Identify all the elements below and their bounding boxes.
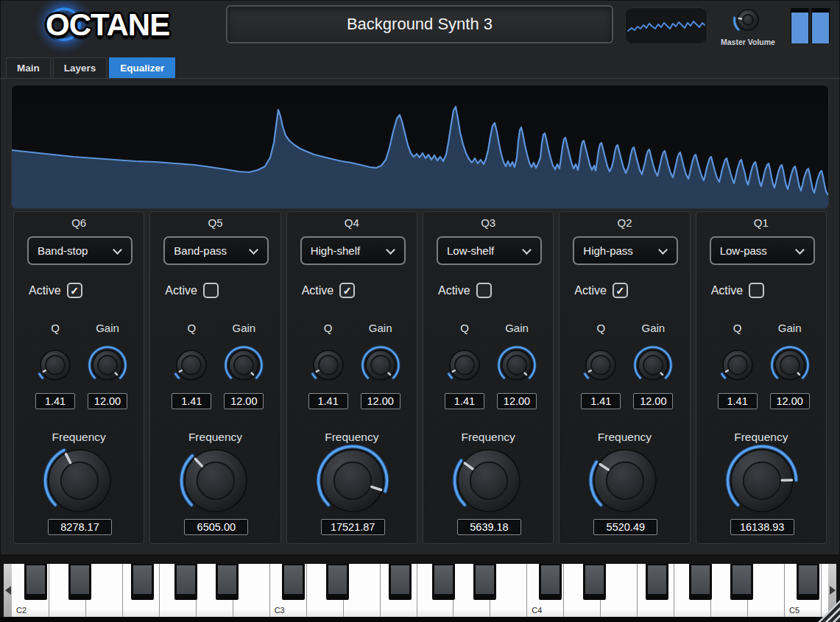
piano-key-black[interactable] xyxy=(583,564,606,600)
piano-key-black[interactable] xyxy=(646,564,668,600)
piano-key-black[interactable] xyxy=(539,564,562,600)
active-label: Active xyxy=(29,284,61,297)
q-knob[interactable] xyxy=(308,344,349,389)
piano-key-black[interactable] xyxy=(174,564,197,600)
frequency-knob[interactable] xyxy=(43,444,116,520)
q-label: Q xyxy=(305,322,352,334)
eq-band-Q6: Q6 Band-stop Active ✓ Q Gain xyxy=(13,211,144,544)
active-label: Active xyxy=(574,284,607,297)
preset-name-field[interactable]: Background Synth 3 xyxy=(226,5,613,43)
frequency-value-box[interactable]: 6505.00 xyxy=(184,519,248,535)
gain-knob[interactable] xyxy=(769,344,811,389)
q-value-box[interactable]: 1.41 xyxy=(445,393,484,409)
eq-bands-row: Q6 Band-stop Active ✓ Q Gain xyxy=(13,211,827,544)
gain-knob[interactable] xyxy=(360,344,401,389)
gain-label: Gain xyxy=(357,322,404,334)
frequency-value-box[interactable]: 5639.18 xyxy=(457,519,521,535)
eq-band-Q5: Q5 Band-pass Active Q Gain xyxy=(149,211,280,544)
q-knob[interactable] xyxy=(171,344,212,389)
gain-knob[interactable] xyxy=(632,344,674,389)
piano-key-black[interactable] xyxy=(689,564,712,600)
active-checkbox[interactable]: ✓ xyxy=(339,283,355,298)
q-value-box[interactable]: 1.41 xyxy=(35,393,75,409)
active-label: Active xyxy=(302,284,334,297)
gain-knob[interactable] xyxy=(496,344,537,389)
frequency-knob[interactable] xyxy=(725,444,799,520)
tab-layers[interactable]: Layers xyxy=(53,57,107,78)
piano-keyboard: C2C3C4C5 xyxy=(0,554,840,622)
q-value-box[interactable]: 1.41 xyxy=(581,393,621,409)
q-value-box[interactable]: 1.41 xyxy=(308,393,348,409)
frequency-knob[interactable] xyxy=(588,444,662,520)
q-knob[interactable] xyxy=(717,344,758,389)
active-checkbox[interactable]: ✓ xyxy=(67,283,82,298)
active-checkbox[interactable] xyxy=(203,283,219,298)
piano-key-white[interactable] xyxy=(821,564,828,617)
piano-key-black[interactable] xyxy=(730,564,753,600)
piano-key-black[interactable] xyxy=(216,564,239,600)
master-volume-label: Master Volume xyxy=(713,38,783,46)
tab-main[interactable]: Main xyxy=(6,57,51,78)
piano-key-black[interactable] xyxy=(389,564,412,600)
master-volume-knob[interactable] xyxy=(732,4,764,39)
piano-key-black[interactable] xyxy=(432,564,455,600)
black-key-face xyxy=(733,565,751,594)
piano-key-black[interactable] xyxy=(282,564,305,600)
gain-label: Gain xyxy=(220,322,267,334)
black-key-face xyxy=(71,565,89,594)
gain-value-box[interactable]: 12.00 xyxy=(224,393,264,409)
filter-type-value: Band-pass xyxy=(174,244,227,257)
frequency-knob[interactable] xyxy=(316,444,389,520)
band-title: Q5 xyxy=(150,216,280,229)
gain-value-box[interactable]: 12.00 xyxy=(497,393,537,409)
q-knob[interactable] xyxy=(580,344,621,389)
frequency-value-box[interactable]: 17521.87 xyxy=(321,519,385,535)
piano-key-black[interactable] xyxy=(68,564,91,600)
chevron-down-icon xyxy=(113,245,122,255)
keyboard-scroll-left[interactable] xyxy=(4,564,12,617)
gain-value-box[interactable]: 12.00 xyxy=(770,393,810,409)
band-title: Q4 xyxy=(287,216,417,229)
black-key-face xyxy=(541,565,560,594)
active-checkbox[interactable] xyxy=(749,283,764,298)
active-checkbox[interactable] xyxy=(476,283,492,298)
frequency-value-box[interactable]: 16138.93 xyxy=(730,519,794,535)
q-label: Q xyxy=(577,322,624,334)
piano-key-black[interactable] xyxy=(326,564,349,600)
frequency-value-box[interactable]: 8278.17 xyxy=(48,519,112,535)
frequency-label: Frequency xyxy=(287,431,417,444)
piano-key-black[interactable] xyxy=(797,564,819,600)
band-title: Q3 xyxy=(423,216,553,229)
gain-value-box[interactable]: 12.00 xyxy=(633,393,673,409)
black-key-face xyxy=(328,565,347,594)
black-key-face xyxy=(476,565,494,594)
gain-label: Gain xyxy=(493,322,540,334)
piano-key-black[interactable] xyxy=(24,564,47,600)
piano-key-black[interactable] xyxy=(131,564,154,600)
q-knob[interactable] xyxy=(35,344,76,389)
q-value-box[interactable]: 1.41 xyxy=(718,393,758,409)
filter-type-select[interactable]: Band-pass xyxy=(163,236,269,265)
q-knob[interactable] xyxy=(444,344,485,389)
frequency-value-box[interactable]: 5520.49 xyxy=(593,519,657,535)
left-arrow-icon xyxy=(5,586,11,595)
gain-value-box[interactable]: 12.00 xyxy=(88,393,127,409)
filter-type-select[interactable]: Low-pass xyxy=(710,236,815,265)
frequency-label: Frequency xyxy=(14,431,144,444)
frequency-knob[interactable] xyxy=(452,444,526,520)
filter-type-select[interactable]: High-pass xyxy=(573,236,678,265)
piano-key-black[interactable] xyxy=(473,564,496,600)
q-value-box[interactable]: 1.41 xyxy=(172,393,211,409)
black-key-face xyxy=(691,565,710,594)
tab-equalizer[interactable]: Equalizer xyxy=(109,57,175,78)
filter-type-select[interactable]: Band-stop xyxy=(27,236,133,265)
gain-knob[interactable] xyxy=(87,344,128,389)
frequency-knob[interactable] xyxy=(179,444,253,520)
active-checkbox[interactable]: ✓ xyxy=(613,283,628,298)
filter-type-select[interactable]: Low-shelf xyxy=(437,236,542,265)
filter-type-select[interactable]: High-shelf xyxy=(300,236,406,265)
black-key-face xyxy=(27,565,45,594)
gain-knob[interactable] xyxy=(223,344,264,389)
black-key-face xyxy=(133,565,152,594)
gain-value-box[interactable]: 12.00 xyxy=(361,393,400,409)
